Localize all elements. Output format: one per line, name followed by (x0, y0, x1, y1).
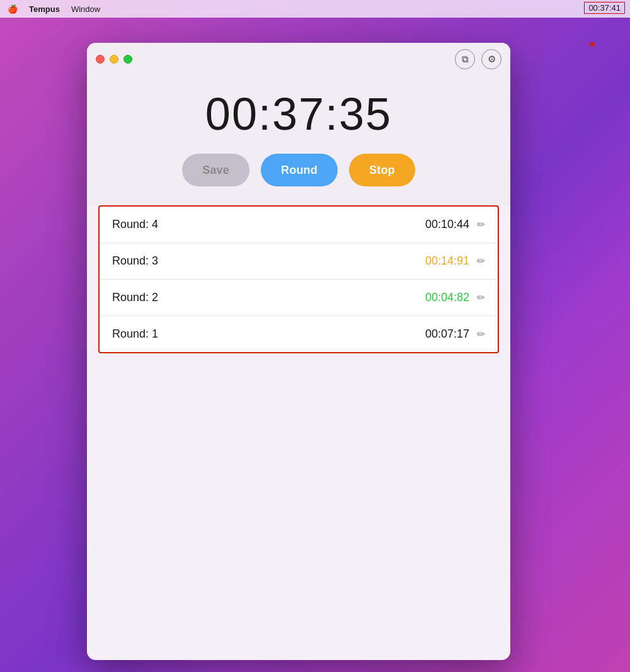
round-time: 00:10:44 (425, 218, 469, 231)
round-row: Round: 100:07:17✏ (100, 316, 498, 352)
edit-icon[interactable]: ✏ (477, 219, 485, 231)
titlebar-actions: ⧉ ⚙ (455, 49, 501, 69)
window-menu[interactable]: Window (71, 4, 100, 14)
stop-button[interactable]: Stop (349, 154, 415, 186)
round-label: Round: 2 (112, 291, 425, 304)
round-label: Round: 1 (112, 327, 425, 341)
round-time: 00:07:17 (425, 327, 469, 341)
minimize-button[interactable] (110, 55, 118, 64)
edit-icon[interactable]: ✏ (477, 292, 485, 304)
copy-icon: ⧉ (462, 54, 469, 65)
titlebar: ⧉ ⚙ (87, 43, 510, 76)
round-label: Round: 4 (112, 218, 425, 231)
app-name[interactable]: Tempus (29, 4, 60, 14)
edit-icon[interactable]: ✏ (477, 328, 485, 340)
edit-icon[interactable]: ✏ (477, 255, 485, 267)
round-time: 00:04:82 (425, 291, 469, 304)
round-row: Round: 300:14:91✏ (100, 243, 498, 280)
close-button[interactable] (96, 55, 105, 64)
decoration-dot-1 (590, 42, 594, 47)
rounds-list: Round: 400:10:44✏Round: 300:14:91✏Round:… (98, 205, 499, 353)
timer-buttons: Save Round Stop (182, 154, 415, 186)
app-window: ⧉ ⚙ 00:37:35 Save Round Stop Round: 400:… (87, 43, 510, 660)
gear-icon: ⚙ (488, 54, 496, 65)
timer-section: 00:37:35 Save Round Stop (87, 76, 510, 205)
timer-display: 00:37:35 (205, 88, 392, 140)
maximize-button[interactable] (123, 55, 132, 64)
round-row: Round: 200:04:82✏ (100, 280, 498, 316)
round-row: Round: 400:10:44✏ (100, 207, 498, 243)
menubar: 🍎 Tempus Window 00:37:41 (0, 0, 630, 18)
save-button[interactable]: Save (182, 154, 249, 186)
round-time: 00:14:91 (425, 254, 469, 268)
round-label: Round: 3 (112, 254, 425, 268)
copy-icon-button[interactable]: ⧉ (455, 49, 475, 69)
round-button[interactable]: Round (261, 154, 338, 186)
apple-menu[interactable]: 🍎 (8, 4, 18, 14)
menubar-clock: 00:37:41 (584, 2, 625, 14)
settings-icon-button[interactable]: ⚙ (481, 49, 501, 69)
traffic-lights (96, 55, 132, 64)
